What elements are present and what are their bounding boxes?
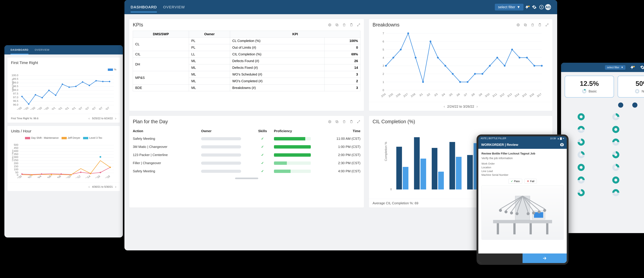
svg-point-165 <box>385 65 387 67</box>
donut-grid <box>565 110 644 200</box>
svg-point-71 <box>60 173 62 175</box>
svg-point-22 <box>48 90 50 91</box>
breakdowns-range: 2/24/22 to 3/26/22 <box>447 104 474 108</box>
svg-point-183 <box>519 57 520 59</box>
donut-cell[interactable] <box>637 189 644 196</box>
cell-group: DH <box>133 58 189 71</box>
pass-button[interactable]: ✓Pass <box>508 179 522 184</box>
chevron-right-icon[interactable]: › <box>476 104 478 108</box>
svg-point-211 <box>561 144 562 145</box>
user-icon[interactable] <box>560 143 564 147</box>
svg-text:3/6: 3/6 <box>456 92 460 97</box>
gear-icon[interactable] <box>328 23 332 27</box>
svg-text:Initial Yield %: Initial Yield % <box>12 78 14 92</box>
svg-text:3/13: 3/13 <box>507 92 512 98</box>
chevron-left-icon[interactable]: ‹ <box>88 116 90 120</box>
donut-cell[interactable] <box>602 138 629 146</box>
copy-icon[interactable] <box>335 120 339 123</box>
svg-text:300: 300 <box>14 156 18 159</box>
donut-cell[interactable] <box>568 151 595 159</box>
donut-cell[interactable] <box>637 176 644 184</box>
chevron-right-icon[interactable]: › <box>115 185 116 189</box>
donut-cell[interactable] <box>602 113 629 120</box>
svg-text:200: 200 <box>14 162 18 165</box>
gear-icon[interactable] <box>328 120 332 123</box>
plan-row[interactable]: Safety Meeting✓11:00 AM (CST) <box>133 134 360 143</box>
cell-group: MP&S <box>133 71 189 85</box>
plan-row[interactable]: 123 Packer | Centerline✓2:00 PM (CST) <box>133 151 360 159</box>
donut-cell[interactable] <box>637 126 644 133</box>
svg-text:100: 100 <box>14 168 18 171</box>
donut-cell[interactable] <box>602 164 629 171</box>
tab-dashboard[interactable]: DASHBOARD <box>10 45 28 54</box>
svg-point-230 <box>510 211 513 214</box>
chevron-left-icon[interactable]: ‹ <box>444 104 445 108</box>
scroll-hint[interactable] <box>235 178 258 179</box>
help-icon[interactable]: ? <box>538 5 545 10</box>
bolt-icon[interactable] <box>524 5 531 10</box>
filter-dropdown[interactable]: select filter▼ <box>605 65 626 70</box>
donut-cell[interactable] <box>637 164 644 171</box>
chevron-right-icon[interactable]: › <box>115 116 116 120</box>
cell-skills: ✓ <box>251 145 274 149</box>
donut-cell[interactable] <box>568 138 595 146</box>
plan-row[interactable]: Safety Meeting✓4:00 PM (CST) <box>133 167 360 175</box>
plan-row[interactable]: Filler | Changeover✓2:30 PM (CST) <box>133 159 360 167</box>
svg-text:1: 1 <box>382 80 384 84</box>
cell-value: 3 <box>324 85 360 91</box>
trash-icon[interactable] <box>342 120 346 123</box>
chevron-left-icon[interactable]: ‹ <box>88 185 90 189</box>
tab-overview[interactable]: OVERVIEW <box>163 2 185 12</box>
cell-kpi: WO's Scheduled (#) <box>230 71 324 78</box>
stat-card-none[interactable]: 50% None <box>618 76 644 98</box>
card-title: Breakdowns <box>372 22 400 28</box>
cell-value: 3 <box>324 71 360 78</box>
expand-icon[interactable] <box>357 120 360 123</box>
tablet-footer <box>478 253 567 263</box>
trash-icon[interactable] <box>342 23 346 27</box>
donut-cell[interactable] <box>602 189 629 196</box>
gear-icon[interactable] <box>639 65 644 70</box>
svg-text:3/7: 3/7 <box>463 92 468 97</box>
filter-dropdown[interactable]: select filter▼ <box>495 4 524 11</box>
donut-cell[interactable] <box>568 189 595 196</box>
clipboard-icon[interactable] <box>538 23 542 27</box>
cell-value: 2 <box>324 78 360 85</box>
donut-cell[interactable] <box>602 176 629 184</box>
expand-icon[interactable] <box>357 23 360 27</box>
cell-owner <box>201 162 251 165</box>
donut-cell[interactable] <box>637 138 644 146</box>
ftr-range: 5/25/22 to 6/24/22 <box>92 117 113 120</box>
clipboard-icon[interactable] <box>350 23 353 27</box>
svg-text:3: 3 <box>382 64 384 67</box>
donut-cell[interactable] <box>568 113 595 120</box>
donut-cell[interactable] <box>568 164 595 171</box>
bolt-icon[interactable] <box>628 65 636 70</box>
donut-cell[interactable] <box>568 176 595 184</box>
footer-left[interactable] <box>478 253 522 263</box>
trash-icon[interactable] <box>531 23 534 27</box>
card-units-per-hour: Units / Hour Day Shift - Maintenance Jef… <box>7 126 120 191</box>
clipboard-icon[interactable] <box>350 120 353 123</box>
donut-cell[interactable] <box>637 151 644 159</box>
next-button[interactable] <box>522 253 567 263</box>
tab-dashboard[interactable]: DASHBOARD <box>130 2 157 12</box>
plan-row[interactable]: 3M Matic | Changeover✓1:00 PM (CST) <box>133 143 360 151</box>
expand-icon[interactable] <box>545 23 549 27</box>
stat-card-basic[interactable]: 12.5% Basic <box>565 76 614 98</box>
copy-icon[interactable] <box>335 23 339 27</box>
gear-icon[interactable] <box>531 5 538 10</box>
copy-icon[interactable] <box>524 23 527 27</box>
svg-text:350: 350 <box>14 153 18 156</box>
gear-icon[interactable] <box>516 23 520 27</box>
donut-cell[interactable] <box>568 126 595 133</box>
fail-button[interactable]: ✕Fail <box>524 179 537 184</box>
svg-point-228 <box>499 209 502 212</box>
donut-cell[interactable] <box>602 151 629 159</box>
donut-cell[interactable] <box>637 113 644 120</box>
svg-text:6/1: 6/1 <box>58 106 63 110</box>
avatar[interactable]: AG <box>545 4 551 10</box>
machine-image <box>482 186 564 240</box>
donut-cell[interactable] <box>602 126 629 133</box>
tab-overview[interactable]: OVERVIEW <box>35 45 50 54</box>
